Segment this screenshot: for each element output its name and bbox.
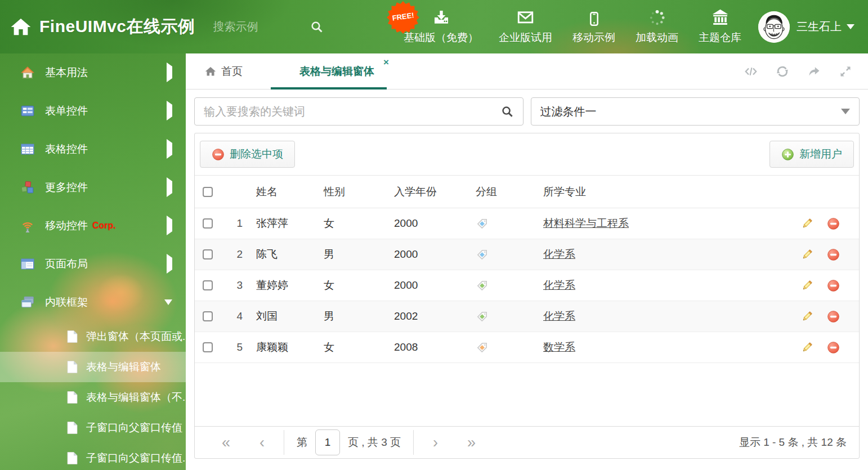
file-icon <box>66 330 78 343</box>
header-left: FineUIMvc在线示例 <box>0 15 324 38</box>
cell-year: 2008 <box>388 341 470 353</box>
last-page-button[interactable]: » <box>453 435 490 450</box>
source-code-icon[interactable] <box>744 65 758 78</box>
sidebar-item[interactable]: 基本用法 <box>0 53 186 92</box>
tab-close-icon[interactable]: × <box>383 57 389 67</box>
sidebar-subitem[interactable]: 子窗口向父窗口传值 <box>0 413 186 443</box>
delete-icon[interactable] <box>827 341 840 354</box>
header-nav-item[interactable]: 加载动画 <box>636 8 678 45</box>
search-icon[interactable] <box>310 20 324 34</box>
header-search-input[interactable] <box>213 20 302 33</box>
share-icon[interactable] <box>807 65 821 78</box>
next-page-button[interactable]: › <box>418 435 453 450</box>
row-checkbox[interactable] <box>203 249 213 259</box>
sidebar-item-label: 内联框架 <box>45 295 88 310</box>
first-page-button[interactable]: « <box>207 435 245 450</box>
header-nav-label: 加载动画 <box>636 30 678 45</box>
tab[interactable]: 表格与编辑窗体 × <box>271 53 387 89</box>
search-icon[interactable] <box>501 105 514 118</box>
cell-name: 康颖颖 <box>250 340 318 355</box>
sidebar-subitem-label: 子窗口向父窗口传值 <box>86 420 182 435</box>
delete-selected-button[interactable]: 删除选中项 <box>200 141 295 168</box>
cell-gender: 女 <box>318 278 388 293</box>
chevron-icon <box>167 220 172 232</box>
major-link[interactable]: 化学系 <box>543 247 575 262</box>
bank-icon <box>711 8 730 26</box>
refresh-icon[interactable] <box>776 65 789 78</box>
delete-icon[interactable] <box>827 310 840 323</box>
major-link[interactable]: 数学系 <box>543 340 575 355</box>
row-checkbox[interactable] <box>203 280 213 290</box>
sidebar-subitem[interactable]: 弹出窗体（本页面或... <box>0 321 186 352</box>
tab[interactable]: 首页 <box>203 53 245 89</box>
sidebar-subitem[interactable]: 表格与编辑窗体（不... <box>0 382 186 413</box>
column-header-year[interactable]: 入学年份 <box>388 185 470 199</box>
sidebar-item[interactable]: 移动控件 Corp. <box>0 207 186 245</box>
delete-icon[interactable] <box>827 217 840 230</box>
sidebar-subitem[interactable]: 表格与编辑窗体 <box>0 352 186 382</box>
header-nav: 基础版（免费） 企业版试用 移动示例 加载动画 主题仓库 <box>404 8 755 45</box>
chevron-icon <box>167 143 172 155</box>
major-link[interactable]: 材料科学与工程系 <box>543 216 629 231</box>
cell-gender: 男 <box>318 309 388 324</box>
sidebar-item[interactable]: 内联框架 <box>0 283 186 321</box>
row-number: 5 <box>225 341 250 353</box>
edit-icon[interactable] <box>800 248 813 261</box>
cell-gender: 女 <box>318 216 388 231</box>
sidebar-item[interactable]: 表单控件 <box>0 92 186 130</box>
column-header-major[interactable]: 所学专业 <box>538 185 785 199</box>
filter-dropdown[interactable]: 过滤条件一 <box>531 97 860 126</box>
header-nav-item[interactable]: 主题仓库 <box>699 8 741 45</box>
cell-year: 2000 <box>388 248 470 261</box>
edit-icon[interactable] <box>800 310 813 323</box>
keyword-search-input[interactable] <box>204 105 501 118</box>
page-label-before: 第 <box>297 435 307 450</box>
delete-icon[interactable] <box>827 279 840 292</box>
page-number-input[interactable] <box>315 429 340 455</box>
major-link[interactable]: 化学系 <box>543 278 575 293</box>
sidebar-item-label: 基本用法 <box>45 65 88 80</box>
edit-icon[interactable] <box>800 341 813 354</box>
edit-icon[interactable] <box>800 279 813 292</box>
file-icon <box>66 451 78 465</box>
row-number: 3 <box>225 279 250 292</box>
grid-toolbar: 删除选中项 新增用户 <box>195 133 859 176</box>
sidebar-subitem[interactable]: 子窗口向父窗口传值... <box>0 443 186 470</box>
cell-name: 张萍萍 <box>250 216 318 231</box>
row-checkbox[interactable] <box>203 218 213 229</box>
sidebar-item[interactable]: 表格控件 <box>0 130 186 168</box>
file-icon <box>66 391 78 404</box>
sidebar-item[interactable]: 更多控件 <box>0 168 186 207</box>
column-header-group[interactable]: 分组 <box>470 185 538 199</box>
sidebar-subitem-label: 表格与编辑窗体 <box>86 360 161 374</box>
signal-icon <box>20 218 35 233</box>
add-user-button[interactable]: 新增用户 <box>769 141 854 168</box>
edit-icon[interactable] <box>800 217 813 230</box>
sidebar-item-label: 页面布局 <box>45 257 88 271</box>
page-label-after: 页 , 共 3 页 <box>348 435 401 450</box>
sidebar-item[interactable]: 页面布局 <box>0 245 186 283</box>
prev-page-button[interactable]: ‹ <box>245 435 279 450</box>
filter-row: 过滤条件一 <box>194 97 860 126</box>
column-header-name[interactable]: 姓名 <box>250 185 318 199</box>
row-checkbox[interactable] <box>203 311 213 321</box>
cell-name: 刘国 <box>250 309 318 324</box>
table-row: 2 陈飞 男 2000 <box>195 239 859 270</box>
cell-gender: 女 <box>318 340 388 355</box>
column-header-gender[interactable]: 性别 <box>318 185 388 199</box>
select-all-checkbox[interactable] <box>203 187 213 197</box>
avatar[interactable] <box>758 11 790 43</box>
delete-icon[interactable] <box>827 248 840 261</box>
file-icon <box>66 421 78 435</box>
chevron-icon <box>167 66 172 79</box>
expand-icon[interactable] <box>839 65 852 78</box>
header-nav-item[interactable]: 企业版试用 <box>499 8 552 45</box>
user-menu[interactable]: 三生石上 <box>797 19 854 34</box>
grid-icon <box>20 142 35 156</box>
major-link[interactable]: 化学系 <box>543 309 575 324</box>
tab-actions <box>744 53 868 89</box>
row-checkbox[interactable] <box>203 342 213 352</box>
header-nav-item[interactable]: 移动示例 <box>572 8 615 45</box>
frames-icon <box>20 295 35 310</box>
home-logo-icon[interactable] <box>10 16 32 38</box>
